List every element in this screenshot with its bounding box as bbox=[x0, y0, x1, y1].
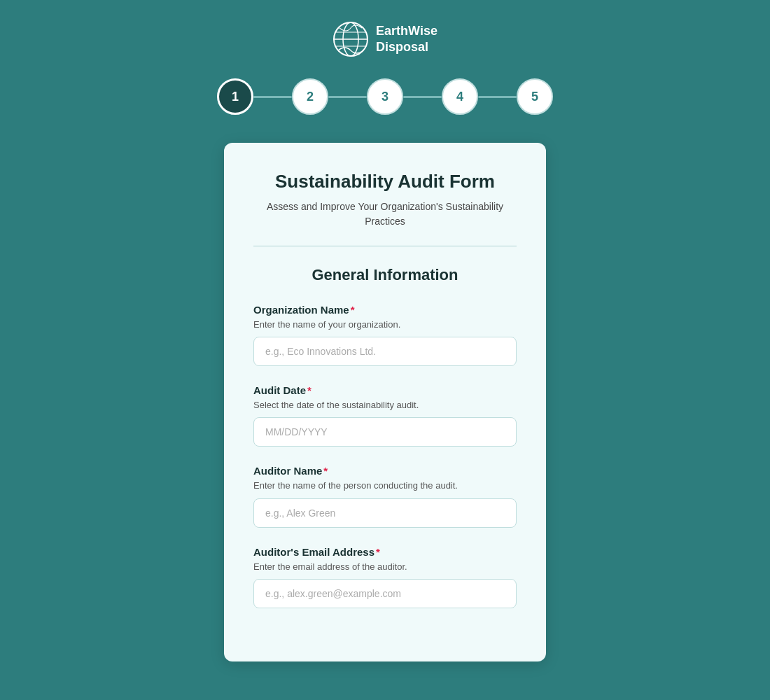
form-title: Sustainability Audit Form bbox=[253, 171, 517, 192]
field-auditor-email: Auditor's Email Address* Enter the email… bbox=[253, 546, 517, 608]
section-divider bbox=[253, 246, 517, 246]
step-5[interactable]: 5 bbox=[517, 78, 553, 115]
auditor-email-hint: Enter the email address of the auditor. bbox=[253, 561, 517, 573]
step-connector-1-2 bbox=[253, 96, 292, 98]
org-name-label: Organization Name* bbox=[253, 304, 517, 316]
auditor-name-required: * bbox=[323, 465, 328, 477]
step-2[interactable]: 2 bbox=[292, 78, 328, 115]
logo-area: EarthWise Disposal bbox=[332, 21, 438, 57]
audit-date-required: * bbox=[307, 384, 312, 396]
form-card: Sustainability Audit Form Assess and Imp… bbox=[224, 143, 546, 662]
section-title: General Information bbox=[253, 266, 517, 284]
auditor-name-input[interactable] bbox=[253, 498, 517, 528]
org-name-required: * bbox=[351, 304, 355, 316]
step-1[interactable]: 1 bbox=[217, 78, 253, 115]
step-connector-3-4 bbox=[403, 96, 442, 98]
org-name-hint: Enter the name of your organization. bbox=[253, 318, 517, 331]
globe-icon bbox=[332, 21, 369, 57]
step-3[interactable]: 3 bbox=[367, 78, 403, 115]
auditor-email-input[interactable] bbox=[253, 579, 517, 608]
audit-date-label: Audit Date* bbox=[253, 384, 517, 396]
auditor-name-hint: Enter the name of the person conducting … bbox=[253, 479, 517, 492]
brand-name: EarthWise Disposal bbox=[376, 23, 438, 56]
field-audit-date: Audit Date* Select the date of the susta… bbox=[253, 384, 517, 447]
step-4[interactable]: 4 bbox=[442, 78, 478, 115]
audit-date-hint: Select the date of the sustainability au… bbox=[253, 399, 517, 412]
audit-date-input[interactable] bbox=[253, 417, 517, 447]
auditor-name-label: Auditor Name* bbox=[253, 465, 517, 477]
step-connector-4-5 bbox=[478, 96, 517, 98]
stepper: 1 2 3 4 5 bbox=[217, 78, 553, 115]
form-subtitle: Assess and Improve Your Organization's S… bbox=[253, 200, 517, 229]
org-name-input[interactable] bbox=[253, 337, 517, 366]
auditor-email-required: * bbox=[376, 546, 380, 558]
field-org-name: Organization Name* Enter the name of you… bbox=[253, 304, 517, 366]
step-connector-2-3 bbox=[328, 96, 367, 98]
field-auditor-name: Auditor Name* Enter the name of the pers… bbox=[253, 465, 517, 527]
auditor-email-label: Auditor's Email Address* bbox=[253, 546, 517, 558]
